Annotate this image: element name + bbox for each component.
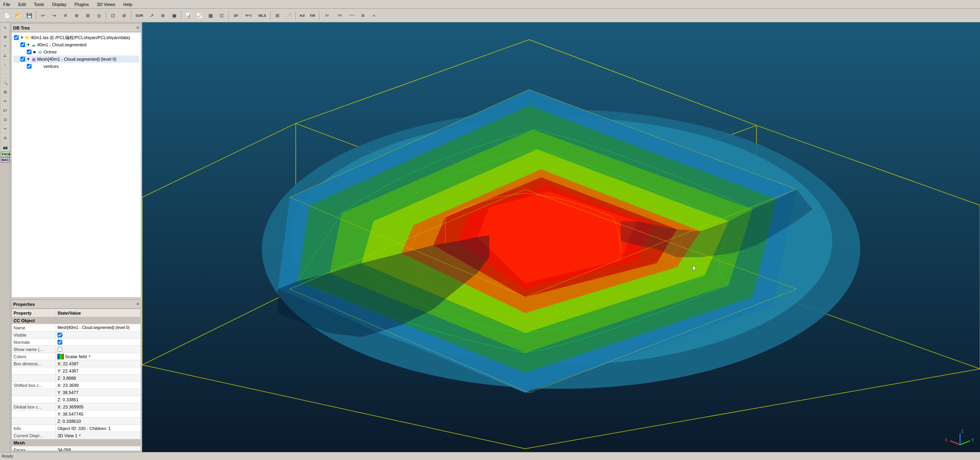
prop-box-dim-z-label (12, 375, 56, 382)
main-area: ↖ ⊕ ⌖ ∠ ↕ · 🔍 ⊞ ✏ 🏷 ⊡ ✂ ⊘ 📷 FRONT BAC DB… (0, 22, 980, 452)
prop-display-value[interactable]: 3D View 1 ▼ (56, 432, 141, 439)
tb-new[interactable]: 📄 (2, 10, 12, 21)
tb-open[interactable]: 📂 (13, 10, 23, 21)
viewport[interactable]: Y X Z (142, 22, 980, 452)
tb-cleanup[interactable]: 🧹 (283, 10, 294, 21)
toggle-mesh[interactable]: ▼ (26, 57, 31, 61)
showname-checkbox[interactable] (57, 347, 62, 352)
prop-showname-value[interactable] (56, 346, 141, 353)
prop-shift-z: Z: 0.33861 (56, 396, 141, 403)
side-grid-icon[interactable]: ⊞ (1, 87, 10, 96)
tb-grid[interactable]: ⊞ (272, 10, 283, 21)
tb-3d-1[interactable]: 3D (321, 10, 333, 21)
tree-item-cloud[interactable]: ▼ ☁ 40m1 - Cloud.segmented (13, 41, 139, 48)
checkbox-root[interactable] (14, 35, 19, 40)
tb-arrow[interactable]: ↗ (147, 10, 157, 21)
tree-item-vertices[interactable]: · vertices (13, 63, 139, 70)
db-tree-close[interactable]: ✕ (136, 26, 139, 30)
toggle-octree[interactable]: ▶ (32, 50, 37, 54)
side-cursor-icon[interactable]: ↖ (1, 23, 10, 32)
menu-display[interactable]: Display (50, 1, 68, 8)
tb-save[interactable]: 💾 (24, 10, 34, 21)
tb-wave2[interactable]: ≋ (358, 10, 368, 21)
tb-zoom-all[interactable]: ⊡ (108, 10, 118, 21)
menu-file[interactable]: File (2, 1, 12, 8)
tb-sf-label[interactable]: SF (230, 10, 242, 21)
tb-pick[interactable]: ⊕ (158, 10, 168, 21)
status-text: Ready (2, 454, 13, 458)
tb-rect[interactable]: ▣ (169, 10, 179, 21)
tb-kd-label[interactable]: Kd (297, 10, 307, 21)
tb-delete[interactable]: ✕ (60, 10, 71, 21)
properties-scroll[interactable]: Property State/Value CC Object Name Mesh… (12, 309, 141, 451)
toggle-root[interactable]: ▼ (20, 35, 24, 40)
side-measure-icon[interactable]: ⊕ (1, 32, 10, 41)
display-arrow[interactable]: ▼ (78, 434, 81, 437)
menu-bar: File Edit Tools Display Plugins 3D Views… (0, 0, 980, 9)
tb-undo[interactable]: ↩ (38, 10, 48, 21)
left-icon-strip: ↖ ⊕ ⌖ ∠ ↕ · 🔍 ⊞ ✏ 🏷 ⊡ ✂ ⊘ 📷 FRONT BAC (0, 22, 10, 452)
side-point-icon[interactable]: · (1, 69, 10, 78)
front-badge[interactable]: FRONT (1, 152, 10, 157)
prop-faces-row: Faces 34,058 (12, 446, 141, 451)
tb-box[interactable]: ⊡ (216, 10, 227, 21)
prop-box-dim-y: Y: 22.4387 (56, 367, 141, 375)
side-section-icon[interactable]: ⊘ (1, 133, 10, 142)
menu-plugins[interactable]: Plugins (73, 1, 90, 8)
back-badge[interactable]: BAC (1, 157, 10, 163)
visible-checkbox[interactable] (57, 333, 62, 337)
tb-merge[interactable]: ⊞ (83, 10, 93, 21)
tb-redo[interactable]: ↪ (49, 10, 59, 21)
checkbox-cloud[interactable] (20, 42, 25, 47)
vertices-icon: · (37, 63, 43, 69)
menu-edit[interactable]: Edit (17, 1, 28, 8)
checkbox-mesh[interactable] (20, 57, 25, 61)
properties-close[interactable]: ✕ (136, 302, 139, 306)
prop-normals-row: Normals (12, 339, 141, 346)
prop-shift-y: Y: 38.5477 (56, 389, 141, 396)
side-label-icon[interactable]: 🏷 (1, 106, 10, 115)
tb-clone[interactable]: ⊕ (71, 10, 82, 21)
tb-zoom-sel[interactable]: ⊛ (119, 10, 129, 21)
prop-info-label: Info (12, 425, 56, 432)
side-area-icon[interactable]: ⊡ (1, 115, 10, 124)
tb-wave[interactable]: 〰 (346, 10, 357, 21)
tb-graph[interactable]: 📈 (194, 10, 204, 21)
tb-nc-label[interactable]: N÷C (242, 10, 255, 21)
tb-sor[interactable]: SOR (133, 10, 146, 21)
menu-help[interactable]: Help (122, 1, 134, 8)
side-camera-icon[interactable]: 📷 (1, 143, 10, 151)
tb-plane[interactable]: ▦ (205, 10, 216, 21)
side-ruler-icon[interactable]: ⌖ (1, 42, 10, 50)
tree-item-mesh[interactable]: ▼ ▦ Mesh[40m1 - Cloud.segmented] (level … (13, 56, 139, 63)
tb-sep5 (228, 11, 229, 20)
prop-display-row: Current Displ... 3D View 1 ▼ (12, 432, 141, 439)
side-height-icon[interactable]: ↕ (1, 60, 10, 69)
tb-sensor[interactable]: ◎ (94, 10, 104, 21)
tb-chart[interactable]: 📊 (183, 10, 193, 21)
side-zoom-icon[interactable]: 🔍 (1, 78, 10, 87)
tb-mls-label[interactable]: MLS (256, 10, 269, 21)
prop-colors-value[interactable]: Scalar field ▼ (56, 353, 141, 360)
toggle-cloud[interactable]: ▼ (26, 42, 31, 47)
checkbox-vertices[interactable] (27, 64, 32, 69)
tb-fm-label[interactable]: FM (308, 10, 317, 21)
side-angle-icon[interactable]: ∠ (1, 51, 10, 59)
menu-3d-views[interactable]: 3D Views (95, 1, 117, 8)
colors-dropdown-arrow[interactable]: ▼ (88, 355, 91, 358)
prop-normals-value[interactable] (56, 339, 141, 346)
prop-box-dim-label: Box dimensi... (12, 360, 56, 367)
prop-visible-row: Visible (12, 331, 141, 339)
tree-item-octree[interactable]: ▶ ⊞ Octree (13, 48, 139, 56)
tb-3d-2[interactable]: VR (334, 10, 346, 21)
side-clipping-icon[interactable]: ✂ (1, 124, 10, 133)
toggle-vertices[interactable] (32, 64, 37, 69)
menu-tools[interactable]: Tools (32, 1, 46, 8)
tb-wave3[interactable]: ≈ (369, 10, 379, 21)
normals-checkbox[interactable] (57, 340, 62, 345)
prop-visible-value[interactable] (56, 331, 141, 339)
checkbox-octree[interactable] (27, 50, 32, 54)
side-edit-icon[interactable]: ✏ (1, 97, 10, 105)
tree-item-root[interactable]: ▼ 📁 40m1.las (E:/PCL编程/PCLshiyan/PCLshiy… (13, 34, 139, 41)
tree-content[interactable]: ▼ 📁 40m1.las (E:/PCL编程/PCLshiyan/PCLshiy… (12, 32, 141, 297)
